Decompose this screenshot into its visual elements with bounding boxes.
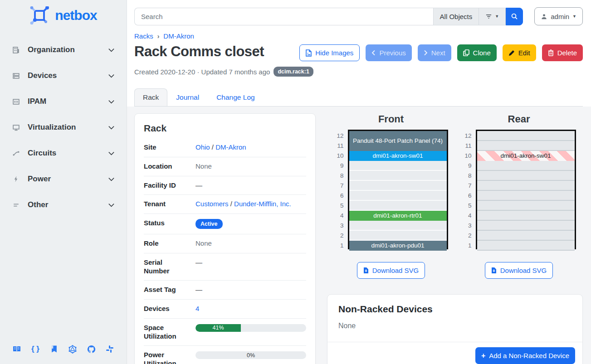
front-elevation: Front 121110987654321 Panduit 48-Port Pa… xyxy=(327,113,455,279)
unit-number: 6 xyxy=(334,191,348,201)
empty-rack-slot[interactable] xyxy=(477,161,575,171)
unit-number: 9 xyxy=(462,161,476,171)
add-non-racked-device-button[interactable]: + Add a Non-Racked Device xyxy=(475,347,575,364)
edit-button[interactable]: Edit xyxy=(503,44,536,61)
delete-button[interactable]: Delete xyxy=(542,44,583,61)
site-group-link[interactable]: Ohio xyxy=(195,143,210,151)
location-value: None xyxy=(187,162,306,170)
object-id-badge: dcim.rack:1 xyxy=(274,67,313,77)
breadcrumb-site-link[interactable]: DM-Akron xyxy=(163,32,194,40)
search-input[interactable] xyxy=(134,8,433,25)
front-rack-diagram: Panduit 48-Port Patch Panel (74)dmi01-ak… xyxy=(348,130,448,249)
tab-journal[interactable]: Journal xyxy=(167,88,208,106)
user-menu-button[interactable]: admin ▼ xyxy=(534,7,583,25)
sidebar-item-organization[interactable]: Organization xyxy=(0,41,127,59)
empty-rack-slot[interactable] xyxy=(349,221,447,231)
rack-device[interactable]: dmi01-akron-sw01 xyxy=(477,151,575,161)
sidebar-item-other[interactable]: Other xyxy=(0,196,127,214)
empty-rack-slot[interactable] xyxy=(477,201,575,211)
tenant-group-link[interactable]: Customers xyxy=(195,200,229,208)
plus-icon: + xyxy=(481,352,485,360)
unit-number: 7 xyxy=(462,181,476,191)
role-value: None xyxy=(187,239,306,247)
sidebar-item-devices[interactable]: Devices xyxy=(0,67,127,85)
graphql-icon[interactable] xyxy=(68,344,78,354)
empty-rack-slot[interactable] xyxy=(477,231,575,241)
empty-rack-slot[interactable] xyxy=(349,181,447,191)
empty-rack-slot[interactable] xyxy=(349,161,447,171)
rack-device[interactable]: Panduit 48-Port Patch Panel (74) xyxy=(349,131,447,151)
unit-number: 7 xyxy=(334,181,348,191)
rack-device[interactable]: dmi01-akron-pdu01 xyxy=(349,241,447,251)
tab-change-log[interactable]: Change Log xyxy=(208,88,263,106)
sidebar-item-virtualization[interactable]: Virtualization xyxy=(0,118,127,136)
docs-book-icon[interactable] xyxy=(12,344,22,354)
empty-rack-slot[interactable] xyxy=(477,181,575,191)
tenant-link[interactable]: Dunder-Mifflin, Inc. xyxy=(234,200,291,208)
unit-number: 5 xyxy=(334,201,348,211)
unit-number: 4 xyxy=(334,211,348,221)
unit-number: 10 xyxy=(334,151,348,161)
sidebar-item-circuits[interactable]: Circuits xyxy=(0,144,127,162)
empty-rack-slot[interactable] xyxy=(477,171,575,181)
previous-button[interactable]: Previous xyxy=(366,44,411,61)
front-elevation-title: Front xyxy=(378,113,404,125)
netbox-logo[interactable]: netbox xyxy=(0,0,127,27)
chevron-down-icon xyxy=(108,176,115,183)
empty-rack-slot[interactable] xyxy=(477,241,575,251)
search-filter-button[interactable]: ▼ xyxy=(479,8,506,25)
front-download-svg-button[interactable]: Download SVG xyxy=(357,262,425,279)
sidebar-item-label: Virtualization xyxy=(28,123,100,132)
status-badge: Active xyxy=(195,219,223,229)
unit-number: 4 xyxy=(462,211,476,221)
sidebar-item-label: IPAM xyxy=(28,97,100,106)
sidebar-item-ipam[interactable]: IPAM xyxy=(0,92,127,111)
search-submit-button[interactable] xyxy=(506,8,523,25)
hide-images-button[interactable]: Hide Images xyxy=(299,44,360,61)
sidebar-nav: Organization Devices IPAM Virtualization xyxy=(0,41,127,222)
clone-button[interactable]: Clone xyxy=(457,44,497,61)
unit-number: 8 xyxy=(462,171,476,181)
empty-rack-slot[interactable] xyxy=(349,191,447,201)
code-braces-icon[interactable]: { } xyxy=(30,344,40,354)
rack-device[interactable]: dmi01-akron-rtr01 xyxy=(349,211,447,221)
site-link[interactable]: DM-Akron xyxy=(215,143,246,151)
created-updated-text: Created 2020-12-20 · Updated 7 months ag… xyxy=(134,68,270,76)
empty-rack-slot[interactable] xyxy=(349,231,447,241)
panel-title: Non-Racked Devices xyxy=(338,304,571,315)
ip-address-icon xyxy=(12,97,20,106)
rack-device[interactable]: dmi01-akron-sw01 xyxy=(349,151,447,161)
unit-number: 8 xyxy=(334,171,348,181)
user-menu-label: admin xyxy=(551,13,569,20)
unit-number: 10 xyxy=(462,151,476,161)
sidebar-item-label: Power xyxy=(28,175,100,184)
empty-rack-slot[interactable] xyxy=(349,171,447,181)
lines-icon xyxy=(12,201,20,209)
slack-icon[interactable] xyxy=(105,344,115,354)
next-button[interactable]: Next xyxy=(418,44,451,61)
sidebar-item-power[interactable]: Power xyxy=(0,170,127,188)
copy-icon xyxy=(463,49,469,56)
image-file-icon xyxy=(306,49,312,57)
object-type-button[interactable]: All Objects xyxy=(433,8,479,25)
unit-number: 1 xyxy=(334,241,348,251)
filter-icon xyxy=(485,14,492,19)
monitor-icon xyxy=(12,123,20,131)
empty-rack-slot[interactable] xyxy=(349,201,447,211)
journal-icon[interactable] xyxy=(49,344,59,354)
empty-rack-slot[interactable] xyxy=(477,131,575,141)
empty-rack-slot[interactable] xyxy=(477,191,575,201)
empty-rack-slot[interactable] xyxy=(477,211,575,221)
devices-count-link[interactable]: 4 xyxy=(195,305,199,312)
attr-row-power-utilization: Power Utilization 0% xyxy=(144,346,306,364)
chevron-down-icon xyxy=(108,73,115,79)
front-unit-numbers: 121110987654321 xyxy=(334,130,348,251)
empty-rack-slot[interactable] xyxy=(477,141,575,151)
breadcrumb-racks-link[interactable]: Racks xyxy=(134,32,153,40)
tab-rack[interactable]: Rack xyxy=(134,88,167,106)
unit-number: 9 xyxy=(334,161,348,171)
rear-download-svg-button[interactable]: Download SVG xyxy=(485,262,553,279)
unit-number: 11 xyxy=(462,141,476,151)
empty-rack-slot[interactable] xyxy=(477,221,575,231)
github-icon[interactable] xyxy=(86,344,96,354)
